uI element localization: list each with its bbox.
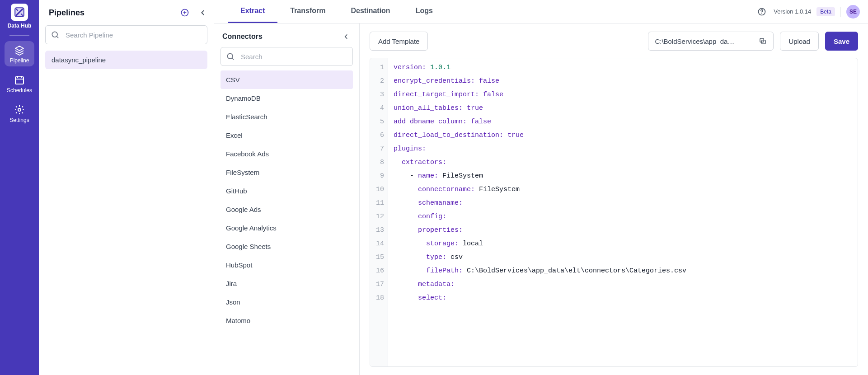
copy-path-button[interactable] [757,35,769,47]
connector-item[interactable]: Facebook Ads [221,145,353,163]
svg-point-6 [761,13,762,14]
divider [840,7,841,17]
connector-item[interactable]: Json [221,293,353,311]
chevron-left-icon [343,33,349,40]
layers-icon [14,45,25,56]
connector-item[interactable]: HubSpot [221,256,353,274]
connectors-panel: Connectors CSVDynamoDBElasticSearchExcel… [214,23,360,375]
connector-item[interactable]: Google Analytics [221,219,353,237]
logo-icon [14,6,25,18]
main-tabs: Extract Transform Destination Logs Versi… [214,0,868,23]
collapse-connectors-button[interactable] [341,32,351,42]
plus-circle-icon [180,8,189,17]
connector-item[interactable]: DynamoDB [221,89,353,108]
code-editor[interactable]: 123456789101112131415161718 version: 1.0… [370,58,858,367]
tab-transform[interactable]: Transform [277,0,338,23]
connector-item[interactable]: Jira [221,274,353,293]
line-gutter: 123456789101112131415161718 [370,58,388,366]
nav-divider [9,35,29,36]
connector-item[interactable]: Google Sheets [221,237,353,256]
chevron-left-icon [199,9,206,16]
svg-rect-1 [15,77,23,84]
app-title: Data Hub [8,23,32,29]
pipelines-title: Pipelines [49,8,84,18]
connector-item[interactable]: CSV [221,70,353,89]
pipelines-header: Pipelines [39,0,214,25]
tab-destination[interactable]: Destination [338,0,403,23]
editor-area: Add Template C:\BoldServices\app_da… Upl… [360,23,868,375]
nav-item-pipeline[interactable]: Pipeline [5,41,34,66]
nav-item-label: Settings [9,117,29,123]
connectors-title: Connectors [222,33,263,41]
gear-icon [14,104,25,115]
search-icon [226,52,235,61]
help-button[interactable] [755,5,768,18]
upload-button[interactable]: Upload [780,32,819,51]
beta-badge: Beta [816,7,835,16]
nav-item-label: Pipeline [10,57,29,64]
version-text: Version 1.0.14 [774,8,811,15]
connector-item[interactable]: Google Ads [221,200,353,219]
connector-item[interactable]: GitHub [221,182,353,200]
pipeline-search [45,25,207,44]
connector-item[interactable]: Matomo [221,311,353,330]
copy-icon [759,37,767,45]
nav-item-settings[interactable]: Settings [5,101,34,126]
svg-point-2 [18,108,21,111]
tab-extract[interactable]: Extract [228,0,277,23]
collapse-pipelines-button[interactable] [197,7,208,18]
app-logo [11,4,28,21]
tab-logs[interactable]: Logs [403,0,446,23]
pipeline-list: datasync_pipeline [39,51,214,69]
connector-search-input[interactable] [221,47,353,66]
code-content[interactable]: version: 1.0.1encrypt_credentials: false… [388,58,858,366]
file-path-display: C:\BoldServices\app_da… [648,32,774,51]
connector-item[interactable]: FileSystem [221,163,353,182]
calendar-icon [14,75,25,85]
app-nav: Data Hub Pipeline Schedules Settings [0,0,39,375]
pipelines-panel: Pipelines datasync_pipeline [39,0,214,375]
main-area: Extract Transform Destination Logs Versi… [214,0,868,375]
connector-item[interactable]: Excel [221,126,353,145]
connector-list: CSVDynamoDBElasticSearchExcelFacebook Ad… [221,70,353,375]
editor-toolbar: Add Template C:\BoldServices\app_da… Upl… [370,32,858,51]
add-pipeline-button[interactable] [178,6,191,19]
help-icon [757,7,766,16]
pipeline-search-input[interactable] [45,25,207,44]
search-icon [51,30,60,39]
pipeline-item[interactable]: datasync_pipeline [45,51,207,69]
topbar-right: Version 1.0.14 Beta SE [755,0,860,23]
file-path-text: C:\BoldServices\app_da… [655,38,753,45]
connector-item[interactable]: ElasticSearch [221,108,353,126]
nav-item-schedules[interactable]: Schedules [5,71,34,96]
save-button[interactable]: Save [825,32,858,51]
nav-item-label: Schedules [7,87,32,94]
add-template-button[interactable]: Add Template [370,32,428,51]
user-avatar[interactable]: SE [846,5,860,19]
